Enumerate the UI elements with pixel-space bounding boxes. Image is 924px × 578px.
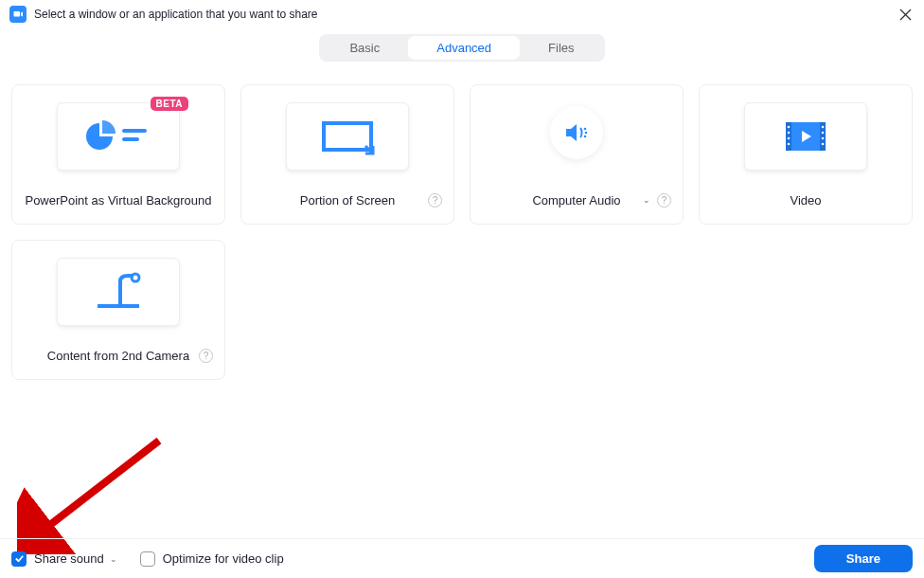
svg-point-11 <box>788 137 791 140</box>
close-button[interactable] <box>896 5 915 24</box>
tab-files[interactable]: Files <box>520 36 602 60</box>
camera2-thumbnail <box>57 258 180 326</box>
tab-basic[interactable]: Basic <box>321 36 408 60</box>
card-label: Portion of Screen <box>300 193 395 208</box>
tab-advanced[interactable]: Advanced <box>408 36 520 60</box>
svg-point-9 <box>788 126 791 129</box>
help-icon[interactable]: ? <box>199 349 213 363</box>
svg-point-3 <box>584 128 587 131</box>
ppt-vb-thumbnail: BETA <box>57 102 180 171</box>
card-label: Video <box>790 193 821 208</box>
chevron-down-icon[interactable]: ⌄ <box>643 195 650 205</box>
optimize-video-label: Optimize for video clip <box>163 551 284 566</box>
beta-badge: BETA <box>151 97 188 111</box>
titlebar: Select a window or an application that y… <box>0 0 924 28</box>
share-tabs: Basic Advanced Files <box>319 34 604 62</box>
footer-bar: Share sound ⌄ Optimize for video clip Sh… <box>0 538 924 578</box>
card-computer-audio[interactable]: Computer Audio ⌄ ? <box>470 84 684 225</box>
share-button[interactable]: Share <box>814 545 913 572</box>
svg-point-14 <box>822 132 825 135</box>
card-ppt-virtual-background[interactable]: BETA PowerPoint as Virtual Background <box>11 84 225 225</box>
card-label: PowerPoint as Virtual Background <box>25 193 211 208</box>
video-thumbnail <box>744 102 867 171</box>
audio-thumbnail <box>550 106 603 159</box>
svg-rect-2 <box>324 123 371 150</box>
svg-point-12 <box>788 143 791 146</box>
share-sound-chevron-icon[interactable]: ⌄ <box>110 554 117 564</box>
svg-point-16 <box>822 143 825 146</box>
portion-thumbnail <box>286 102 409 171</box>
svg-point-5 <box>584 135 587 138</box>
help-icon[interactable]: ? <box>428 193 442 208</box>
svg-point-19 <box>132 274 139 281</box>
zoom-app-icon <box>9 6 27 23</box>
svg-point-15 <box>822 137 825 140</box>
svg-line-20 <box>34 441 159 537</box>
svg-point-4 <box>585 132 588 135</box>
optimize-video-checkbox[interactable] <box>140 551 155 567</box>
share-sound-checkbox[interactable] <box>11 551 27 567</box>
window-title: Select a window or an application that y… <box>34 8 896 21</box>
card-label: Content from 2nd Camera <box>47 349 189 363</box>
card-portion-of-screen[interactable]: Portion of Screen ? <box>240 84 454 225</box>
svg-rect-0 <box>122 129 147 133</box>
svg-point-13 <box>822 126 825 129</box>
card-second-camera[interactable]: Content from 2nd Camera ? <box>11 240 225 380</box>
card-label: Computer Audio <box>532 193 620 208</box>
share-options-grid: BETA PowerPoint as Virtual Background Po… <box>0 75 924 380</box>
svg-rect-1 <box>122 137 139 141</box>
svg-point-10 <box>788 132 791 135</box>
share-sound-label: Share sound <box>34 551 104 566</box>
tabs-container: Basic Advanced Files <box>0 28 924 75</box>
annotation-arrow-icon <box>17 431 169 554</box>
help-icon[interactable]: ? <box>657 193 671 208</box>
card-video[interactable]: Video <box>699 84 913 225</box>
